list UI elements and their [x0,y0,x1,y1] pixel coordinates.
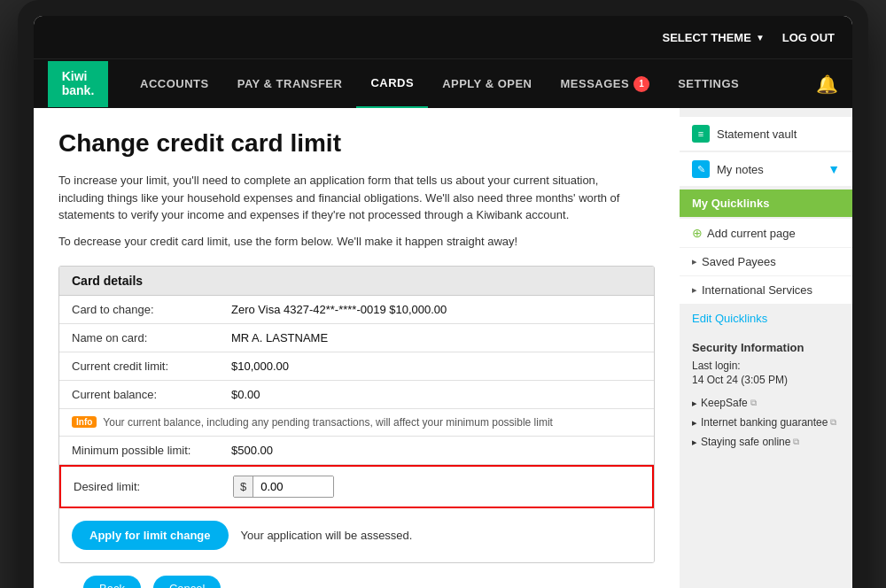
statement-vault-icon: ≡ [692,125,710,143]
edit-quicklinks-link[interactable]: Edit Quicklinks [680,305,852,332]
plus-icon: ⊕ [692,226,703,240]
desired-limit-input-wrapper: $ [233,476,334,498]
table-row: Current balance: $0.00 [59,381,654,409]
table-row: Minimum possible limit: $500.00 [59,437,654,465]
staying-safe-link[interactable]: ▸ Staying safe online ⧉ [692,432,840,452]
nav-bar: Kiwibank. ACCOUNTS PAY & TRANSFER CARDS … [34,58,852,108]
statement-vault-label: Statement vault [717,128,797,141]
nav-accounts[interactable]: ACCOUNTS [126,59,223,109]
keepsafe-link[interactable]: ▸ KeepSafe ⧉ [692,393,840,413]
name-on-card-label: Name on card: [72,331,231,344]
nav-apply-open[interactable]: APPLY & OPEN [428,59,546,109]
current-limit-label: Current credit limit: [72,360,231,373]
security-title: Security Information [692,341,840,354]
internet-banking-link[interactable]: ▸ Internet banking guarantee ⧉ [692,413,840,432]
nav-messages[interactable]: MESSAGES 1 [547,59,664,109]
card-to-change-label: Card to change: [72,303,231,316]
keepsafe-label: KeepSafe [701,397,748,409]
last-login-value: 14 Oct 24 (3:05 PM) [692,374,840,386]
intro-text: To increase your limit, you'll need to c… [58,172,643,224]
add-current-page-item[interactable]: ⊕ Add current page [680,219,852,247]
saved-payees-label: Saved Payees [702,255,776,268]
nav-pay-transfer[interactable]: PAY & TRANSFER [223,59,357,109]
security-section: Security Information Last login: 14 Oct … [680,332,852,460]
min-limit-label: Minimum possible limit: [72,444,231,457]
international-services-label: International Services [702,283,812,297]
nav-settings[interactable]: SETTINGS [664,59,753,109]
saved-payees-item[interactable]: ▸ Saved Payees [680,248,852,275]
card-details-header: Card details [59,267,654,296]
info-row: Info Your current balance, including any… [59,409,654,437]
device-frame: SELECT THEME ▼ LOG OUT Kiwibank. ACCOUNT… [18,0,868,588]
current-balance-label: Current balance: [72,388,231,401]
desired-limit-input[interactable] [253,476,333,497]
card-to-change-value: Zero Visa 4327-42**-****-0019 $10,000.00 [231,303,641,316]
top-bar: SELECT THEME ▼ LOG OUT [34,16,852,58]
select-theme-button[interactable]: SELECT THEME ▼ [662,31,764,44]
arrow-icon: ▸ [692,437,697,448]
info-text: Your current balance, including any pend… [103,416,553,429]
staying-safe-label: Staying safe online [701,436,790,448]
main-content: Change credit card limit To increase you… [34,108,852,588]
nav-cards[interactable]: CARDS [356,59,428,109]
sidebar: ≡ Statement vault ✎ My notes ▼ My Quickl… [680,108,852,588]
external-link-icon: ⧉ [793,437,799,447]
back-button[interactable]: Back [83,576,141,589]
arrow-icon: ▸ [692,398,697,409]
table-row: Card to change: Zero Visa 4327-42**-****… [59,296,654,324]
quicklinks-header: My Quicklinks [680,190,852,217]
sidebar-my-notes[interactable]: ✎ My notes ▼ [680,152,852,186]
min-limit-value: $500.00 [231,444,641,457]
last-login-label: Last login: [692,360,840,372]
top-bar-right: SELECT THEME ▼ LOG OUT [662,31,835,44]
decrease-text: To decrease your credit card limit, use … [58,235,655,248]
current-limit-value: $10,000.00 [231,360,641,373]
apply-limit-button[interactable]: Apply for limit change [72,521,229,550]
content-area: Change credit card limit To increase you… [34,108,680,588]
select-theme-label: SELECT THEME [662,31,750,44]
my-notes-label: My notes [717,163,764,176]
external-link-icon: ⧉ [750,398,757,408]
logo-text: Kiwibank. [62,70,95,97]
desired-limit-row: Desired limit: $ [59,465,654,508]
bell-icon[interactable]: 🔔 [816,74,838,95]
name-on-card-value: MR A. LASTNAME [231,331,641,344]
info-badge: Info [72,416,97,428]
apply-row: Apply for limit change Your application … [59,508,654,562]
log-out-button[interactable]: LOG OUT [782,31,835,44]
dollar-prefix: $ [234,476,253,497]
page-title: Change credit card limit [58,129,655,158]
desired-limit-label: Desired limit: [74,480,233,493]
apply-note: Your application will be assessed. [241,529,413,542]
my-notes-icon: ✎ [692,160,710,178]
messages-badge: 1 [633,76,649,92]
external-link-icon: ⧉ [830,417,836,428]
chevron-down-icon: ▼ [756,33,765,43]
logo[interactable]: Kiwibank. [48,61,108,107]
my-notes-arrow-icon: ▼ [828,162,840,176]
internet-banking-label: Internet banking guarantee [701,416,828,429]
arrow-icon: ▸ [692,256,697,267]
arrow-icon: ▸ [692,417,697,429]
current-balance-value: $0.00 [231,388,641,401]
add-current-page-label: Add current page [707,227,796,240]
table-row: Current credit limit: $10,000.00 [59,352,654,381]
nav-items: ACCOUNTS PAY & TRANSFER CARDS APPLY & OP… [126,59,807,109]
screen: SELECT THEME ▼ LOG OUT Kiwibank. ACCOUNT… [34,16,852,588]
arrow-icon: ▸ [692,284,697,296]
cancel-button[interactable]: Cancel [153,576,221,589]
sidebar-statement-vault[interactable]: ≡ Statement vault [680,117,852,151]
table-row: Name on card: MR A. LASTNAME [59,324,654,352]
bottom-actions: Back Cancel [58,563,655,589]
international-services-item[interactable]: ▸ International Services [680,276,852,304]
card-details-section: Card details Card to change: Zero Visa 4… [58,266,655,563]
